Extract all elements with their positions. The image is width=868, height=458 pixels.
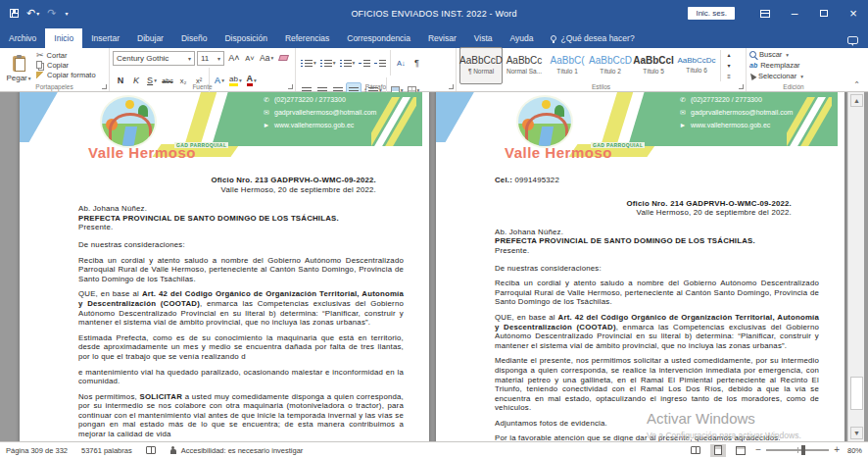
find-button[interactable]: Buscar xyxy=(749,50,803,59)
letter-body[interactable]: Oficio Nro. 213 GADPRVH-O-WMC-09-2022.Va… xyxy=(20,168,429,439)
proofing-icon[interactable] xyxy=(146,446,156,454)
zoom-level[interactable]: 80% xyxy=(844,446,862,455)
banner-stripes xyxy=(787,97,832,146)
format-painter-button[interactable]: Copiar formato xyxy=(34,71,98,80)
letterhead: RUC : 1760012060001 ✆(02)2773220 / 27733… xyxy=(20,92,429,168)
change-case-button[interactable] xyxy=(258,50,275,66)
letter-paragraph: Ab. Johana Núñez.PREFECTA PROVINCIAL DE … xyxy=(78,204,404,232)
style-titulo-5[interactable]: AaBbCcI Título 5 xyxy=(632,47,675,84)
print-layout-button[interactable] xyxy=(710,444,726,457)
letter-paragraph: Oficio Nro. 213 GADPRVH-O-WMC-09-2022.Va… xyxy=(78,176,404,194)
read-mode-button[interactable] xyxy=(688,444,703,457)
tab-inicio[interactable]: Inicio xyxy=(45,28,82,48)
ribbon-display-icon xyxy=(760,10,770,18)
tab-vista[interactable]: Vista xyxy=(465,28,502,48)
ribbon-display-options-button[interactable] xyxy=(750,0,780,26)
numbering-button[interactable] xyxy=(318,55,338,71)
style-normal[interactable]: AaBbCcD ¶ Normal xyxy=(459,47,503,84)
zoom-slider[interactable] xyxy=(766,449,829,451)
customize-qat-button[interactable] xyxy=(64,11,68,17)
replace-button[interactable]: Reemplazar xyxy=(749,61,803,70)
shrink-font-icon xyxy=(245,54,254,63)
zoom-out-button[interactable]: − xyxy=(755,445,761,455)
style-titulo-2[interactable]: AaBbCcD Título 2 xyxy=(589,47,632,84)
letterhead-contact-banner: RUC : 1760012060001 ✆(02)2773220 / 27733… xyxy=(628,92,838,146)
tab-archivo[interactable]: Archivo xyxy=(0,28,45,48)
logo-sun-icon xyxy=(542,100,551,109)
change-case-icon xyxy=(260,53,269,63)
tab-revisar[interactable]: Revisar xyxy=(419,28,465,48)
save-button[interactable] xyxy=(10,9,19,18)
zoom-in-button[interactable]: + xyxy=(834,445,840,455)
letter-paragraph: Oficio Nro. 214 GADPRVH-O-WMC-09-2022.Va… xyxy=(495,199,819,218)
collapse-ribbon-button[interactable]: ⌃ xyxy=(845,78,868,91)
group-font: Century Gothic 11 xyxy=(110,48,296,91)
tab-ayuda[interactable]: Ayuda xyxy=(502,28,543,48)
style-normal-sa[interactable]: AaBbCc Normal Sa... xyxy=(503,47,546,84)
style-titulo-6[interactable]: AaBbCcDc Título 6 xyxy=(675,47,718,84)
numbering-icon xyxy=(320,60,332,67)
scrollbar-thumb[interactable] xyxy=(850,377,863,410)
document-canvas[interactable]: RUC : 1760012060001 ✆(02)2773220 / 27733… xyxy=(0,92,868,441)
increase-indent-button[interactable] xyxy=(372,55,388,71)
web-layout-button[interactable] xyxy=(733,444,748,457)
zoom-slider-thumb[interactable] xyxy=(801,445,805,455)
close-button[interactable] xyxy=(839,0,868,26)
web-text: www.vallehermoso.gob.ec xyxy=(691,122,770,128)
styles-scroll-up-button[interactable]: ▴ xyxy=(723,50,735,60)
minimize-icon xyxy=(792,7,798,21)
decrease-indent-button[interactable] xyxy=(357,55,372,71)
accessibility-status[interactable]: Accesibilidad: es necesario investigar xyxy=(169,446,304,455)
redo-button[interactable] xyxy=(47,8,56,19)
email-icon: ✉ xyxy=(679,109,687,117)
page-left[interactable]: RUC : 1760012060001 ✆(02)2773220 / 27733… xyxy=(20,92,429,441)
copy-button[interactable]: Copiar xyxy=(34,60,98,70)
font-dialog-launcher[interactable] xyxy=(288,84,293,89)
styles-scroll-down-button[interactable]: ▾ xyxy=(723,61,735,71)
letter-paragraph: QUE, en base al Art. 42 del Código Orgán… xyxy=(78,289,404,327)
page-right[interactable]: RUC : 1760012060001 ✆(02)2773220 / 27733… xyxy=(436,92,844,441)
clipboard-dialog-launcher[interactable] xyxy=(102,84,107,89)
tab-insertar[interactable]: Insertar xyxy=(82,28,128,48)
tab-diseno[interactable]: Diseño xyxy=(172,28,216,48)
grow-font-button[interactable] xyxy=(226,50,242,66)
styles-more-button[interactable]: ≡ xyxy=(723,72,735,81)
parish-logo xyxy=(100,95,157,148)
undo-button[interactable] xyxy=(26,8,39,19)
paste-button[interactable]: Pegar xyxy=(3,50,34,87)
minimize-button[interactable] xyxy=(780,0,809,26)
styles-dialog-launcher[interactable] xyxy=(739,84,744,89)
feedback-icon[interactable] xyxy=(847,36,858,44)
font-size-combo[interactable]: 11 xyxy=(197,51,224,66)
paragraph-dialog-launcher[interactable] xyxy=(449,84,454,89)
scroll-up-button[interactable]: ▲ xyxy=(850,94,863,107)
cut-button[interactable]: Cortar xyxy=(34,50,98,60)
clear-formatting-button[interactable] xyxy=(275,50,291,66)
quick-access-toolbar xyxy=(0,8,78,19)
sort-button[interactable] xyxy=(393,55,409,71)
vertical-scrollbar[interactable]: ▲ ▼ xyxy=(847,92,864,441)
tab-dibujar[interactable]: Dibujar xyxy=(128,28,172,48)
multilevel-list-button[interactable] xyxy=(338,55,358,71)
style-titulo-1[interactable]: AaBbC( Título 1 xyxy=(546,47,589,84)
paste-icon xyxy=(13,56,25,72)
word-count-status[interactable]: 53761 palabras xyxy=(81,446,132,455)
show-marks-button[interactable] xyxy=(409,55,424,71)
undo-icon xyxy=(26,8,35,19)
restore-button[interactable] xyxy=(809,0,839,26)
page-count-status[interactable]: Página 309 de 332 xyxy=(6,446,68,455)
tell-me-box[interactable]: ¿Qué desea hacer? xyxy=(543,33,643,48)
font-family-combo[interactable]: Century Gothic xyxy=(113,51,195,66)
group-styles: AaBbCcD ¶ Normal AaBbCc Normal Sa... AaB… xyxy=(457,48,747,91)
select-button[interactable]: Seleccionar xyxy=(749,72,803,80)
tab-referencias[interactable]: Referencias xyxy=(276,28,338,48)
sign-in-button[interactable]: Inic. ses. xyxy=(688,7,735,20)
group-label-styles: Estilos xyxy=(457,83,746,90)
bullets-button[interactable] xyxy=(299,55,318,71)
letter-body[interactable]: Cel.: 0991495322Oficio Nro. 214 GADPRVH-… xyxy=(436,168,844,441)
shrink-font-button[interactable] xyxy=(242,50,258,66)
letterhead-blue-shape xyxy=(436,92,514,142)
tab-correspondencia[interactable]: Correspondencia xyxy=(338,28,419,48)
tab-disposicion[interactable]: Disposición xyxy=(216,28,275,48)
scroll-down-button[interactable]: ▼ xyxy=(850,427,863,439)
